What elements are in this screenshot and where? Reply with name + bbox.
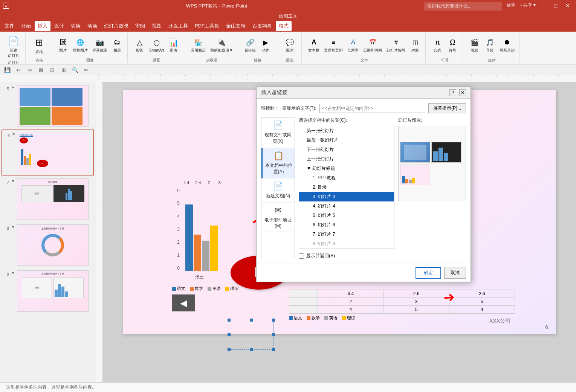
drawing-tools-label: 绘图工具 (279, 13, 297, 20)
header-footer-btn[interactable]: ≡ 页眉和页脚 (322, 36, 345, 54)
dialog-help-btn[interactable]: ? (449, 89, 456, 96)
menu-format[interactable]: 格式 (276, 21, 292, 31)
slide-star-8: ★ (11, 224, 15, 229)
nav-prev-btn[interactable]: ◀ (172, 294, 195, 311)
restore-btn[interactable]: □ (550, 2, 561, 9)
cancel-button[interactable]: 取消 (444, 267, 466, 279)
table-btn[interactable]: ⊞ 表格 (31, 35, 47, 56)
nav-new-doc[interactable]: 📄 新建文档(N) (261, 178, 295, 203)
slide-list-item-titles[interactable]: ▼ 幻灯片标题 (299, 164, 394, 173)
new-slide-btn[interactable]: 📄 新建幻灯片 (5, 33, 22, 59)
screenshot-btn[interactable]: 📷 屏幕截图 (90, 36, 109, 54)
minimize-btn[interactable]: ─ (538, 2, 549, 9)
bar-math (194, 235, 201, 271)
equation-btn[interactable]: π 公式 (430, 36, 445, 54)
dialog-close-btn[interactable]: ✕ (459, 89, 466, 96)
select-place-label: 请选择文档中的位置(C): (299, 117, 394, 124)
slide-thumb-8[interactable]: 8 ★ 是否真的会玩PPT了吧 (2, 223, 94, 267)
display-text-label: 要显示的文字(T): (282, 105, 316, 111)
slide-list-item-4[interactable]: 4. 幻灯片 4 (299, 201, 394, 211)
nav-email[interactable]: ✉ 电子邮件地址(M) (261, 203, 295, 232)
qa-btn4[interactable]: ⊡ (48, 66, 57, 74)
slide-thumb-7[interactable]: 7 ★ 表格成绩 图表 (2, 177, 94, 221)
ribbon-group-label-slide: 幻灯片 (8, 59, 19, 65)
action-btn[interactable]: ▶ 动作 (258, 36, 273, 54)
menu-slideshow[interactable]: 幻灯片放映 (101, 21, 131, 31)
slide-thumb-5[interactable]: 5 ★ (2, 84, 94, 128)
slide-list-item-2[interactable]: 2. 目录 (299, 183, 394, 192)
menu-baidu[interactable]: 百度网盘 (249, 21, 275, 31)
my-addins-btn[interactable]: 🔌 我的加载项▼ (208, 36, 235, 54)
slide-list-item-7[interactable]: 7. 幻灯片 7 (299, 230, 394, 239)
object-btn[interactable]: ◫ 对象 (408, 36, 422, 54)
app-store-btn[interactable]: 🏪 应用商店 (189, 36, 208, 54)
menu-developer[interactable]: 开发工具 (165, 21, 191, 31)
slide-num-btn[interactable]: # 幻灯片编号 (385, 36, 407, 54)
display-text-input[interactable] (319, 104, 425, 113)
slide-list-item-last[interactable]: 最后一张幻灯片 (299, 136, 394, 145)
qa-btn3[interactable]: ⊠ (37, 66, 45, 74)
ribbon-group-addins: 🏪 应用商店 🔌 我的加载项▼ 加载项 (187, 33, 238, 63)
online-picture-btn[interactable]: 🌐 联机图片 (71, 36, 90, 54)
slide-thumb-6[interactable]: 6 ★ 表格成绩分析 P ⊙ (2, 130, 94, 175)
qa-btn7[interactable]: ✏ (82, 66, 90, 74)
search-bar[interactable]: 告诉我您想要做什么... (424, 2, 502, 11)
datetime-btn[interactable]: 📅 日期和时间 (361, 36, 384, 54)
slide-list-item-8[interactable]: 8. 幻灯片 8 (299, 239, 394, 249)
login-btn[interactable]: 登录 (506, 2, 515, 11)
ok-button[interactable]: 确定 (416, 267, 441, 279)
shape-btn[interactable]: △ 形状 (132, 36, 147, 54)
close-btn[interactable]: ✕ (562, 2, 573, 9)
slide-list-item-first[interactable]: 第一张幻灯片 (299, 126, 394, 136)
menu-transition[interactable]: 切换 (68, 21, 84, 31)
quick-access-bar: 💾 ↩ ↪ ⊠ ⊡ ⊞ 🔍 ✏ (0, 65, 576, 75)
menu-jinshan[interactable]: 金山文档 (223, 21, 249, 31)
slide-preview-area (398, 126, 466, 201)
album-btn[interactable]: 🗂 相册 (110, 36, 124, 54)
menu-insert[interactable]: 插入 (35, 21, 50, 31)
screen-record-btn[interactable]: ⏺ 屏幕录制 (498, 36, 516, 54)
slide-list-item-1[interactable]: 1. PPT教程 (299, 173, 394, 183)
menu-animation[interactable]: 动画 (84, 21, 100, 31)
picture-btn[interactable]: 🖼 图片 (56, 36, 70, 54)
slide-list-item-3[interactable]: 3. 幻灯片 3 (299, 192, 394, 201)
slide-list[interactable]: 第一张幻灯片 最后一张幻灯片 下一张幻灯片 上一张幻灯片 ▼ 幻灯片标题 1. … (299, 126, 394, 249)
qa-btn5[interactable]: ⊞ (60, 66, 68, 74)
wordart-btn[interactable]: A 艺术字 (345, 36, 361, 54)
slide-list-item-prev[interactable]: 上一张幻灯片 (299, 154, 394, 164)
red-arrow-3: ➜ (443, 289, 455, 306)
show-return-checkbox[interactable] (299, 253, 304, 259)
undo-btn[interactable]: ↩ (14, 66, 23, 74)
symbol-btn[interactable]: Ω 符号 (445, 36, 460, 54)
ribbon-group-links: 🔗 超链接 ▶ 动作 链接 (241, 33, 276, 63)
slide-thumb-9[interactable]: 9 ★ 是否真的会玩PPT了吧 表格 (2, 269, 94, 313)
notes-content: 这里是举例备注内容，这里是举例备注内容。 (6, 384, 96, 390)
menu-view[interactable]: 视图 (149, 21, 165, 31)
menu-start[interactable]: 开始 (18, 21, 34, 31)
link-to-label: 链接到： (261, 105, 279, 111)
menu-file[interactable]: 文件 (2, 21, 17, 31)
video-btn[interactable]: 🎬 视频 (468, 36, 482, 54)
comment-btn[interactable]: 💬 批注 (283, 36, 297, 54)
qa-btn6[interactable]: 🔍 (71, 66, 79, 74)
save-qa-btn[interactable]: 💾 (3, 66, 11, 74)
nav-existing-file[interactable]: 📄 现有文件或网页(X) (261, 117, 295, 148)
menu-pdf[interactable]: PDF工具集 (192, 21, 222, 31)
textbox-btn[interactable]: A 文本框 (306, 36, 321, 54)
nav-this-doc[interactable]: 📋 本文档中的位置(A) (261, 148, 295, 178)
menu-design[interactable]: 设计 (51, 21, 67, 31)
menu-review[interactable]: 审阅 (132, 21, 148, 31)
share-btn[interactable]: ♪ 共享▼ (520, 2, 537, 11)
slide-list-item-next[interactable]: 下一张幻灯片 (299, 145, 394, 154)
smartart-btn[interactable]: ⬡ SmartArt (147, 37, 166, 53)
hyperlink-btn[interactable]: 🔗 超链接 (243, 36, 258, 54)
ribbon-group-label-addins: 加载项 (206, 57, 217, 63)
redo-btn[interactable]: ↪ (26, 66, 34, 74)
screen-tip-btn[interactable]: 屏幕提示(P)... (428, 103, 466, 113)
audio-btn[interactable]: 🎵 音频 (483, 36, 497, 54)
dialog-nav: 📄 现有文件或网页(X) 📋 本文档中的位置(A) 📄 新建文档(N) ✉ 电子… (261, 117, 295, 259)
slide-list-item-6[interactable]: 6. 幻灯片 6 (299, 220, 394, 230)
chart-btn[interactable]: 📊 图表 (167, 36, 181, 54)
slide-list-item-5[interactable]: 5. 幻灯片 5 (299, 211, 394, 220)
dialog-slide-list-section: 请选择文档中的位置(C): 第一张幻灯片 最后一张幻灯片 下一张幻灯片 上一张幻… (299, 117, 394, 259)
